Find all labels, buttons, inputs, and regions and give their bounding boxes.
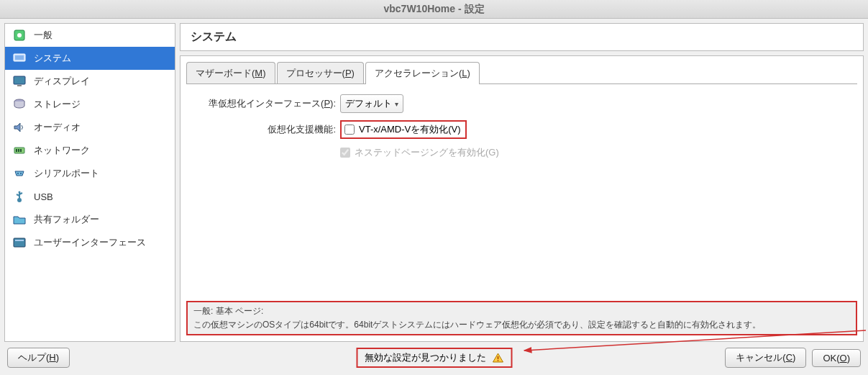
network-icon bbox=[12, 143, 27, 158]
svg-rect-18 bbox=[497, 360, 498, 361]
nested-checkbox-row: ネステッドページングを有効化(G) bbox=[340, 146, 499, 159]
svg-rect-8 bbox=[16, 149, 17, 152]
sidebar-item-label: ディスプレイ bbox=[34, 75, 90, 88]
storage-icon bbox=[12, 97, 27, 112]
sidebar-item-general[interactable]: 一般 bbox=[5, 24, 175, 47]
warning-icon bbox=[492, 353, 503, 363]
section-title: システム bbox=[180, 23, 864, 51]
usb-icon bbox=[12, 189, 27, 204]
audio-icon bbox=[12, 120, 27, 135]
sidebar-item-storage[interactable]: ストレージ bbox=[5, 93, 175, 116]
sidebar-item-system[interactable]: システム bbox=[5, 47, 175, 70]
svg-rect-10 bbox=[20, 149, 22, 152]
settings-panel: マザーボード(M) プロセッサー(P) アクセラレーション(L) 準仮想化インタ… bbox=[180, 55, 864, 342]
window-titlebar: vbc7W10Home - 設定 bbox=[0, 0, 868, 19]
sidebar-item-label: USB bbox=[34, 191, 53, 202]
sidebar-item-label: オーディオ bbox=[34, 121, 81, 134]
general-icon bbox=[12, 28, 27, 42]
chevron-down-icon: ▾ bbox=[395, 100, 398, 108]
paravirt-select[interactable]: デフォルト ▾ bbox=[340, 94, 403, 113]
sidebar-item-label: システム bbox=[34, 52, 71, 65]
sidebar-item-audio[interactable]: オーディオ bbox=[5, 116, 175, 139]
sidebar-item-label: 共有フォルダー bbox=[34, 213, 99, 226]
sidebar-item-ui[interactable]: ユーザーインターフェース bbox=[5, 231, 175, 254]
svg-point-11 bbox=[17, 173, 19, 174]
sidebar-item-label: シリアルポート bbox=[34, 167, 99, 180]
status-text: 無効な設定が見つかりました bbox=[365, 351, 486, 364]
sidebar-item-network[interactable]: ネットワーク bbox=[5, 139, 175, 162]
svg-rect-4 bbox=[14, 76, 25, 84]
ui-icon bbox=[12, 235, 27, 250]
info-header: 一般: 基本 ページ: bbox=[193, 305, 850, 317]
svg-rect-5 bbox=[17, 85, 22, 86]
folder-icon bbox=[12, 212, 27, 227]
sidebar-item-label: ネットワーク bbox=[34, 144, 90, 157]
nested-label: ネステッドページングを有効化(G) bbox=[355, 146, 499, 159]
sidebar-item-usb[interactable]: USB bbox=[5, 185, 175, 208]
sidebar-item-label: ストレージ bbox=[34, 98, 81, 111]
tab-processor[interactable]: プロセッサー(P) bbox=[277, 62, 364, 84]
vt-checkbox-row[interactable]: VT-x/AMD-Vを有効化(V) bbox=[340, 120, 467, 139]
svg-rect-3 bbox=[15, 55, 24, 60]
tab-motherboard[interactable]: マザーボード(M) bbox=[186, 62, 275, 84]
help-button[interactable]: ヘルプ(H) bbox=[7, 348, 70, 368]
svg-rect-9 bbox=[18, 149, 19, 152]
nested-checkbox bbox=[340, 148, 350, 158]
serial-icon bbox=[12, 166, 27, 181]
svg-point-12 bbox=[20, 173, 22, 174]
window-title: vbc7W10Home - 設定 bbox=[383, 3, 484, 16]
info-body: この仮想マシンのOSタイプは64bitです。64bitゲストシステムにはハードウ… bbox=[193, 319, 850, 331]
sidebar-item-serial[interactable]: シリアルポート bbox=[5, 162, 175, 185]
sidebar-item-label: 一般 bbox=[34, 29, 52, 42]
sidebar-item-shared[interactable]: 共有フォルダー bbox=[5, 208, 175, 231]
svg-rect-15 bbox=[14, 238, 25, 247]
paravirt-label: 準仮想化インターフェース(P): bbox=[189, 97, 340, 110]
svg-rect-17 bbox=[497, 356, 498, 359]
display-icon bbox=[12, 74, 27, 89]
svg-point-1 bbox=[17, 33, 22, 37]
vt-label: VT-x/AMD-Vを有効化(V) bbox=[359, 123, 461, 136]
svg-rect-16 bbox=[15, 240, 24, 241]
sidebar-item-display[interactable]: ディスプレイ bbox=[5, 70, 175, 93]
cancel-button[interactable]: キャンセル(C) bbox=[725, 348, 806, 368]
settings-sidebar: 一般 システム ディスプレイ ストレージ オーディオ bbox=[4, 23, 175, 342]
validation-status: 無効な設定が見つかりました bbox=[356, 348, 512, 368]
tab-acceleration[interactable]: アクセラレーション(L) bbox=[365, 62, 480, 84]
svg-point-14 bbox=[19, 191, 21, 194]
paravirt-value: デフォルト bbox=[345, 97, 392, 110]
hwvirt-label: 仮想化支援機能: bbox=[189, 123, 340, 136]
validation-info-box: 一般: 基本 ページ: この仮想マシンのOSタイプは64bitです。64bitゲ… bbox=[186, 301, 857, 335]
ok-button[interactable]: OK(O) bbox=[812, 349, 861, 367]
vt-checkbox[interactable] bbox=[344, 125, 355, 135]
sidebar-item-label: ユーザーインターフェース bbox=[34, 236, 146, 249]
system-icon bbox=[12, 51, 27, 65]
